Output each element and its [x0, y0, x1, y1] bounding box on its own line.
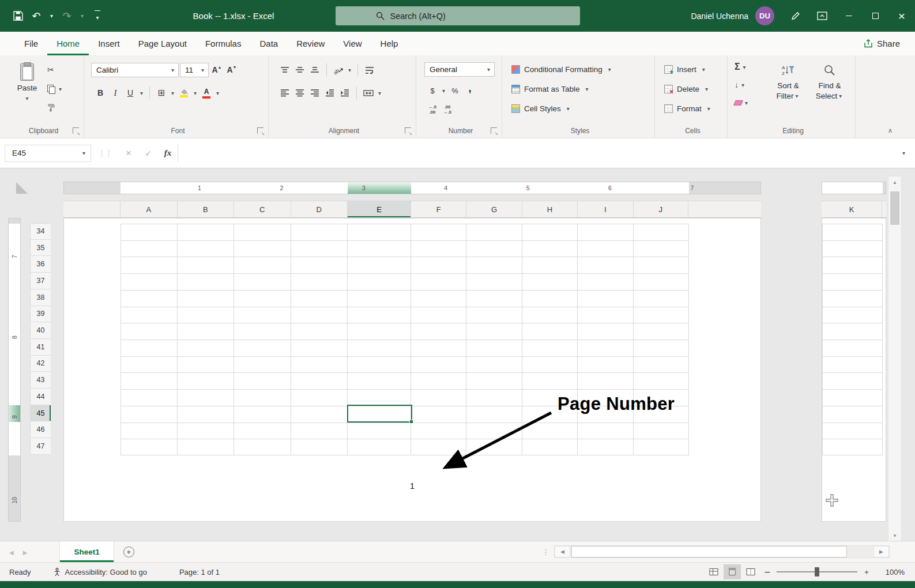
- font-color-button[interactable]: [199, 85, 213, 100]
- tab-review[interactable]: Review: [287, 32, 334, 55]
- row-header-36[interactable]: 36: [30, 256, 51, 273]
- grid-column-C[interactable]: [234, 224, 291, 455]
- orientation-dropdown[interactable]: [347, 67, 353, 73]
- column-header-I[interactable]: I: [577, 201, 632, 217]
- scroll-left-arrow-icon[interactable]: [555, 546, 570, 557]
- row-header-39[interactable]: 39: [30, 306, 51, 323]
- cancel-button[interactable]: [119, 145, 138, 162]
- vertical-scroll-thumb[interactable]: [890, 191, 899, 225]
- column-header-C[interactable]: C: [234, 201, 291, 217]
- save-button[interactable]: [12, 7, 24, 25]
- decrease-font-size-button[interactable]: [225, 62, 239, 77]
- row-header-42[interactable]: 42: [30, 356, 51, 372]
- autosum-dropdown[interactable]: [741, 64, 748, 70]
- undo-button[interactable]: [30, 7, 43, 25]
- borders-dropdown[interactable]: [170, 90, 176, 96]
- align-right-button[interactable]: [308, 85, 322, 100]
- tab-view[interactable]: View: [334, 32, 371, 55]
- fill-dropdown[interactable]: [740, 82, 746, 88]
- cut-button[interactable]: [47, 62, 63, 77]
- share-button[interactable]: Share: [864, 32, 900, 55]
- grid-column-A[interactable]: [121, 224, 178, 455]
- row-header-34[interactable]: 34: [30, 223, 51, 240]
- user-name[interactable]: Daniel Uchenna: [691, 12, 748, 21]
- fill-color-button[interactable]: [177, 85, 191, 100]
- column-header-F[interactable]: F: [411, 201, 466, 217]
- close-button[interactable]: [888, 0, 915, 32]
- minimize-button[interactable]: [835, 0, 862, 32]
- alignment-dialog-launcher[interactable]: [405, 127, 411, 134]
- accessibility-status[interactable]: Accessibility: Good to go: [53, 568, 147, 576]
- paste-dropdown[interactable]: [24, 95, 31, 101]
- fill-color-dropdown[interactable]: [192, 90, 198, 96]
- cell-styles-button[interactable]: Cell Styles: [511, 100, 571, 116]
- formula-bar-drag-handle[interactable]: [98, 149, 112, 157]
- avatar[interactable]: DU: [755, 6, 774, 25]
- scroll-down-arrow-icon[interactable]: [888, 530, 901, 541]
- underline-button[interactable]: U: [123, 85, 137, 100]
- column-header-E[interactable]: E: [347, 201, 411, 217]
- align-center-button[interactable]: [293, 85, 307, 100]
- sort-filter-button[interactable]: AZ Sort & Filter: [769, 59, 807, 122]
- font-size-select[interactable]: 11: [180, 63, 209, 77]
- zoom-out-button[interactable]: [760, 564, 774, 579]
- copy-button[interactable]: [47, 81, 63, 96]
- row-header-38[interactable]: 38: [30, 289, 51, 306]
- fill-handle[interactable]: [409, 420, 413, 424]
- align-bottom-button[interactable]: [308, 62, 322, 77]
- conditional-formatting-button[interactable]: Conditional Formatting: [511, 61, 613, 77]
- add-sheet-button[interactable]: [123, 546, 134, 557]
- tab-scroll-divider[interactable]: [542, 548, 549, 556]
- name-box-dropdown[interactable]: [81, 150, 87, 156]
- search-box[interactable]: Search (Alt+Q): [336, 6, 580, 25]
- column-header-B[interactable]: B: [177, 201, 234, 217]
- clear-button[interactable]: [735, 96, 750, 110]
- tab-data[interactable]: Data: [250, 32, 287, 55]
- format-as-table-button[interactable]: Format as Table: [511, 81, 590, 97]
- font-dialog-launcher[interactable]: [257, 127, 263, 134]
- column-header-D[interactable]: D: [291, 201, 348, 217]
- align-top-button[interactable]: [278, 62, 292, 77]
- row-header-41[interactable]: 41: [30, 339, 51, 356]
- row-header-43[interactable]: 43: [30, 372, 51, 389]
- clear-dropdown[interactable]: [743, 100, 750, 106]
- column-header-A[interactable]: A: [120, 201, 177, 217]
- scroll-right-arrow-icon[interactable]: [873, 546, 889, 557]
- format-cells-dropdown[interactable]: [706, 105, 712, 112]
- insert-function-button[interactable]: fx: [158, 145, 178, 162]
- grid-column-B[interactable]: [178, 224, 235, 455]
- column-header-G[interactable]: G: [466, 201, 521, 217]
- vertical-scrollbar[interactable]: [888, 176, 902, 541]
- italic-button[interactable]: I: [108, 85, 122, 100]
- tab-file[interactable]: File: [15, 32, 47, 55]
- row-header-46[interactable]: 46: [30, 421, 51, 438]
- formula-input[interactable]: [178, 145, 893, 162]
- column-header-K[interactable]: K: [822, 201, 882, 217]
- page-layout-view-button[interactable]: [724, 564, 741, 579]
- zoom-in-button[interactable]: [860, 564, 873, 579]
- grid-column-D[interactable]: [291, 224, 348, 455]
- ink-pen-button[interactable]: [782, 0, 809, 32]
- merge-center-button[interactable]: [362, 85, 375, 100]
- accounting-format-button[interactable]: $: [426, 83, 439, 98]
- merge-center-dropdown[interactable]: [376, 90, 383, 96]
- undo-dropdown[interactable]: [48, 13, 55, 19]
- comma-style-button[interactable]: ,: [463, 83, 477, 98]
- zoom-level[interactable]: 100%: [877, 568, 905, 576]
- insert-cells-dropdown[interactable]: [701, 66, 707, 73]
- grid-column-I[interactable]: [578, 224, 633, 455]
- autosum-button[interactable]: Σ: [735, 60, 750, 74]
- bold-button[interactable]: B: [93, 85, 107, 100]
- redo-button[interactable]: [61, 7, 73, 25]
- horizontal-scrollbar[interactable]: [554, 545, 890, 558]
- tab-home[interactable]: Home: [47, 32, 89, 55]
- format-cells-button[interactable]: Format: [664, 100, 712, 116]
- tab-insert[interactable]: Insert: [89, 32, 129, 55]
- collapse-ribbon-button[interactable]: [884, 125, 897, 135]
- cell-styles-dropdown[interactable]: [565, 105, 571, 112]
- row-header-35[interactable]: 35: [30, 240, 51, 257]
- font-name-select[interactable]: Calibri: [91, 63, 179, 77]
- borders-button[interactable]: [155, 85, 168, 100]
- insert-cells-button[interactable]: Insert: [664, 61, 707, 77]
- row-header-44[interactable]: 44: [30, 389, 51, 405]
